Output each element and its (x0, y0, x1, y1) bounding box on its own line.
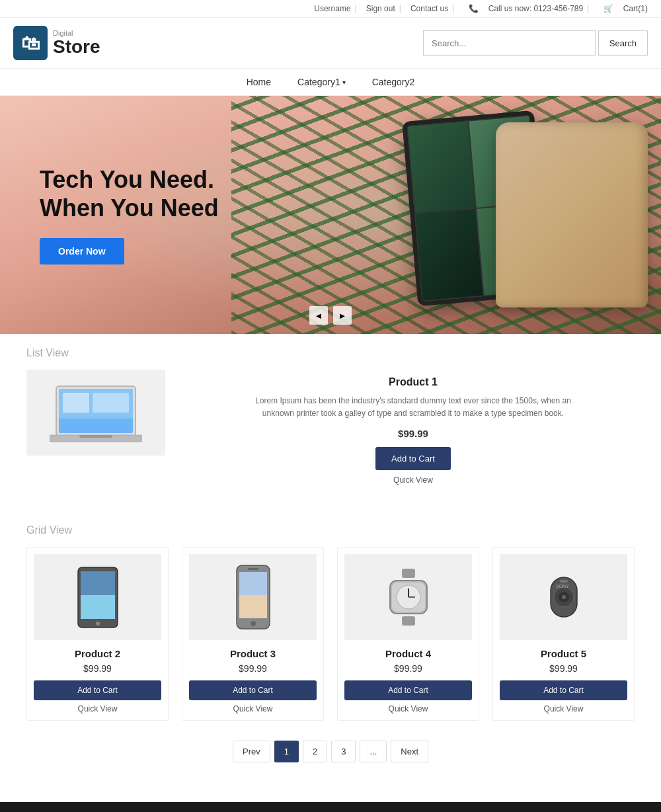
username-link[interactable]: Username (314, 4, 350, 13)
svg-rect-6 (79, 435, 112, 438)
product4-price: $99.99 (344, 663, 472, 674)
top-bar: Username | Sign out | Contact us | 📞 Cal… (0, 0, 661, 18)
product1-name: Product 1 (192, 376, 635, 388)
product1-desc: Lorem Ipsum has been the industry's stan… (248, 395, 578, 420)
hero-bag-decoration (496, 122, 648, 307)
nav-category2[interactable]: Category2 (372, 77, 415, 87)
list-view-section: Product 1 Lorem Ipsum has been the indus… (26, 370, 635, 498)
tablet-icon (75, 566, 121, 629)
watch-icon (382, 567, 435, 627)
product4-name: Product 4 (344, 648, 472, 659)
svg-rect-4 (93, 393, 129, 413)
hero-prev-arrow[interactable]: ◄ (309, 306, 328, 325)
main-nav: Home Category1 ▾ Category2 (0, 68, 661, 96)
svg-rect-3 (63, 393, 89, 413)
search-bar: Search (423, 30, 648, 56)
svg-point-15 (251, 621, 256, 626)
product3-quick-view[interactable]: Quick View (189, 704, 317, 713)
product1-quick-view[interactable]: Quick View (192, 475, 635, 485)
phone-icon (233, 564, 273, 630)
svg-text:SONY: SONY (556, 584, 569, 589)
product5-name: Product 5 (500, 648, 627, 659)
page-2-button[interactable]: 2 (303, 741, 327, 762)
svg-rect-14 (239, 595, 267, 618)
nav-home[interactable]: Home (247, 77, 271, 87)
list-view-label: List View (26, 347, 635, 359)
chevron-down-icon: ▾ (342, 79, 346, 86)
product3-add-to-cart[interactable]: Add to Cart (189, 680, 317, 700)
phone-icon: 📞 (469, 4, 479, 13)
header: 🛍 Digital Store Search (0, 18, 661, 68)
product1-info: Product 1 Lorem Ipsum has been the indus… (192, 370, 635, 485)
product1-add-to-cart[interactable]: Add to Cart (375, 447, 451, 470)
logo-store: Store (53, 37, 100, 58)
hero-arrows: ◄ ► (309, 306, 352, 325)
next-page-button[interactable]: Next (391, 741, 428, 762)
product3-image (189, 554, 317, 640)
hero-title: Tech You Need. When You Need (40, 165, 219, 222)
contact-link[interactable]: Contact us (410, 4, 448, 13)
product2-price: $99.99 (34, 663, 161, 674)
search-button[interactable]: Search (598, 30, 648, 56)
grid-view-section: Product 2 $99.99 Add to Cart Quick View (26, 547, 635, 721)
cart-link[interactable]: 🛒 Cart(1) (598, 4, 648, 13)
order-now-button[interactable]: Order Now (40, 238, 124, 264)
product4-add-to-cart[interactable]: Add to Cart (344, 680, 472, 700)
product1-image (26, 370, 165, 456)
product3-card: Product 3 $99.99 Add to Cart Quick View (182, 547, 324, 721)
product2-name: Product 2 (34, 648, 161, 659)
search-input[interactable] (423, 30, 596, 56)
svg-rect-16 (248, 568, 258, 570)
product5-price: $99.99 (500, 663, 627, 674)
footer: Prestashop Theme Designed With TemplateT… (0, 802, 661, 812)
product2-card: Product 2 $99.99 Add to Cart Quick View (26, 547, 169, 721)
product5-add-to-cart[interactable]: Add to Cart (500, 680, 627, 700)
product3-name: Product 3 (189, 648, 317, 659)
svg-rect-13 (239, 572, 267, 595)
speaker-icon: SONY (537, 571, 590, 624)
svg-rect-9 (81, 571, 115, 595)
logo-digital: Digital (53, 29, 100, 37)
laptop-icon (50, 380, 142, 446)
product1-price: $99.99 (192, 428, 635, 439)
page-ellipsis: ... (360, 741, 387, 762)
phone-info: 📞 Call us now: 0123-456-789 (463, 4, 583, 13)
main-content: List View Product 1 Lorem Ipsum has been… (0, 334, 661, 802)
hero-banner: Tech You Need. When You Need Order Now ◄… (0, 96, 661, 334)
signout-link[interactable]: Sign out (366, 4, 395, 13)
hero-next-arrow[interactable]: ► (333, 306, 352, 325)
pagination: Prev 1 2 3 ... Next (26, 741, 635, 762)
prev-page-button[interactable]: Prev (233, 741, 270, 762)
svg-point-27 (562, 595, 566, 599)
product4-quick-view[interactable]: Quick View (344, 704, 472, 713)
product4-image (344, 554, 472, 640)
product3-price: $99.99 (189, 663, 317, 674)
logo[interactable]: 🛍 Digital Store (13, 26, 100, 60)
product2-add-to-cart[interactable]: Add to Cart (34, 680, 161, 700)
cart-icon: 🛒 (603, 4, 613, 13)
product2-quick-view[interactable]: Quick View (34, 704, 161, 713)
product2-image (34, 554, 161, 640)
hero-content: Tech You Need. When You Need Order Now (0, 165, 258, 264)
nav-category1[interactable]: Category1 ▾ (297, 77, 346, 87)
product5-image: SONY (500, 554, 627, 640)
product4-card: Product 4 $99.99 Add to Cart Quick View (337, 547, 479, 721)
product5-card: SONY Product 5 $99.99 Add to Cart Quick … (492, 547, 635, 721)
svg-rect-17 (402, 569, 415, 578)
page-3-button[interactable]: 3 (331, 741, 356, 762)
product5-quick-view[interactable]: Quick View (500, 704, 627, 713)
grid-view-label: Grid View (26, 524, 635, 536)
svg-rect-18 (402, 616, 415, 626)
page-1-button[interactable]: 1 (274, 741, 299, 762)
logo-icon: 🛍 (13, 26, 48, 60)
svg-rect-28 (560, 580, 568, 583)
svg-point-10 (96, 622, 100, 626)
